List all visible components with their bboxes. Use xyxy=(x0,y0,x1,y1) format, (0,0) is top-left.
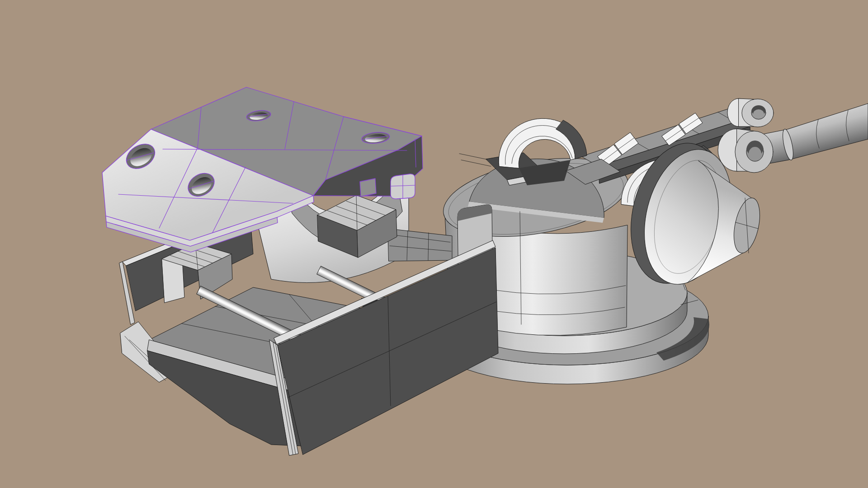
cap-foot-small xyxy=(360,178,376,197)
recuperator-ring-upper xyxy=(727,99,774,127)
recuperator-ring-lower xyxy=(718,129,773,173)
viewport-canvas[interactable] xyxy=(0,0,868,488)
